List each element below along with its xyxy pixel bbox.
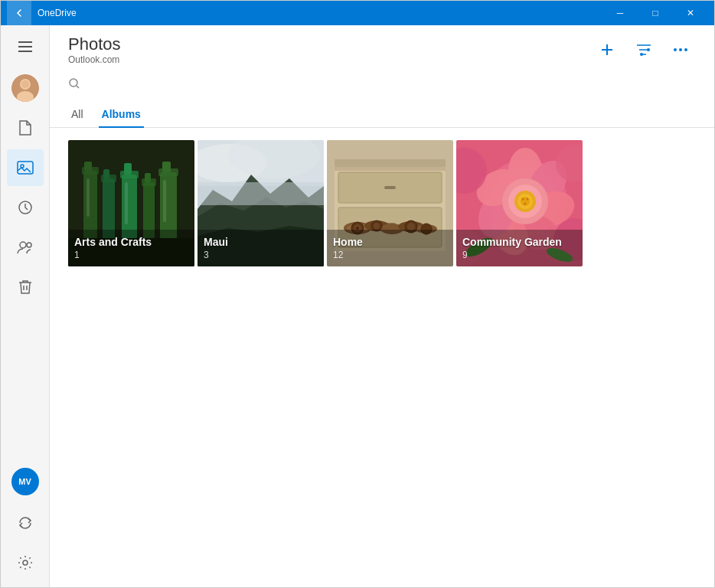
sidebar-item-files[interactable] bbox=[7, 109, 44, 146]
svg-point-10 bbox=[20, 242, 26, 248]
tab-albums[interactable]: Albums bbox=[99, 102, 144, 128]
svg-rect-28 bbox=[124, 163, 132, 175]
more-button[interactable] bbox=[665, 34, 696, 65]
album-overlay: Home 12 bbox=[327, 230, 453, 266]
svg-rect-34 bbox=[162, 162, 171, 172]
content-area: Photos Outlook.com bbox=[50, 25, 714, 587]
svg-rect-0 bbox=[18, 41, 32, 43]
album-overlay: Community Garden 9 bbox=[456, 230, 583, 266]
sidebar-menu-button[interactable] bbox=[7, 28, 44, 65]
user-avatar[interactable] bbox=[11, 74, 39, 102]
svg-rect-25 bbox=[103, 169, 109, 178]
svg-point-15 bbox=[674, 48, 677, 51]
sidebar-item-sync[interactable] bbox=[7, 505, 44, 541]
album-home[interactable]: Home 12 bbox=[327, 140, 453, 266]
album-count: 9 bbox=[462, 250, 576, 260]
sidebar-item-settings[interactable] bbox=[7, 544, 44, 581]
svg-point-18 bbox=[70, 79, 77, 87]
close-button[interactable]: ✕ bbox=[673, 1, 708, 25]
minimize-button[interactable]: ─ bbox=[602, 1, 638, 25]
svg-point-13 bbox=[647, 48, 650, 51]
album-overlay: Arts and Crafts 1 bbox=[68, 230, 194, 266]
sidebar-item-recycle[interactable] bbox=[7, 269, 44, 305]
maximize-button[interactable]: □ bbox=[638, 1, 673, 25]
album-overlay: Maui 3 bbox=[198, 230, 324, 266]
album-arts-and-crafts[interactable]: Arts and Crafts 1 bbox=[68, 140, 194, 266]
title-bar: OneDrive ─ □ ✕ bbox=[1, 1, 714, 25]
svg-point-83 bbox=[524, 203, 527, 205]
page-subtitle: Outlook.com bbox=[68, 54, 592, 65]
svg-rect-47 bbox=[335, 167, 446, 171]
app-title: OneDrive bbox=[38, 8, 602, 18]
search-bar bbox=[50, 71, 714, 99]
svg-point-16 bbox=[679, 48, 682, 51]
avatar-image bbox=[11, 74, 39, 102]
sidebar-item-photos[interactable] bbox=[7, 149, 44, 186]
album-maui[interactable]: Maui 3 bbox=[198, 140, 324, 266]
sidebar-item-shared[interactable] bbox=[7, 229, 44, 266]
title-block: Photos Outlook.com bbox=[68, 34, 592, 65]
albums-grid: Arts and Crafts 1 bbox=[50, 128, 714, 279]
svg-rect-37 bbox=[163, 180, 166, 222]
album-name: Home bbox=[333, 236, 447, 248]
album-count: 12 bbox=[333, 250, 447, 260]
svg-point-81 bbox=[522, 198, 524, 201]
page-title: Photos bbox=[68, 34, 592, 54]
app-window: OneDrive ─ □ ✕ bbox=[0, 0, 715, 588]
svg-point-82 bbox=[527, 198, 529, 201]
svg-rect-43 bbox=[198, 182, 324, 205]
svg-rect-35 bbox=[87, 178, 90, 217]
album-count: 3 bbox=[204, 250, 318, 260]
svg-rect-2 bbox=[18, 51, 32, 52]
svg-rect-31 bbox=[145, 173, 151, 182]
svg-rect-36 bbox=[125, 182, 128, 224]
album-count: 1 bbox=[74, 250, 188, 260]
sidebar-item-recent[interactable] bbox=[7, 189, 44, 226]
user-badge[interactable]: MV bbox=[11, 468, 39, 495]
svg-point-12 bbox=[23, 560, 28, 565]
svg-rect-50 bbox=[384, 186, 396, 189]
svg-rect-46 bbox=[335, 159, 446, 167]
album-name: Arts and Crafts bbox=[74, 236, 188, 248]
album-community-garden[interactable]: Community Garden 9 bbox=[456, 140, 583, 266]
filter-button[interactable] bbox=[628, 34, 659, 65]
header-actions bbox=[592, 34, 696, 65]
svg-point-14 bbox=[640, 53, 643, 56]
album-name: Maui bbox=[204, 236, 318, 248]
svg-rect-1 bbox=[18, 46, 32, 47]
window-controls: ─ □ ✕ bbox=[602, 1, 708, 25]
search-icon bbox=[68, 77, 80, 93]
tab-all[interactable]: All bbox=[68, 102, 87, 128]
tab-bar: All Albums bbox=[50, 99, 714, 128]
sidebar: MV bbox=[1, 25, 50, 587]
main-area: MV bbox=[1, 25, 714, 587]
svg-point-11 bbox=[27, 243, 31, 247]
svg-rect-22 bbox=[84, 162, 92, 171]
album-name: Community Garden bbox=[462, 236, 576, 248]
back-button[interactable] bbox=[7, 1, 31, 25]
svg-point-6 bbox=[21, 80, 29, 88]
svg-point-17 bbox=[684, 48, 687, 51]
svg-point-62 bbox=[374, 223, 380, 229]
badge-initials: MV bbox=[18, 477, 31, 486]
add-button[interactable] bbox=[592, 34, 622, 65]
content-header: Photos Outlook.com bbox=[50, 25, 714, 71]
